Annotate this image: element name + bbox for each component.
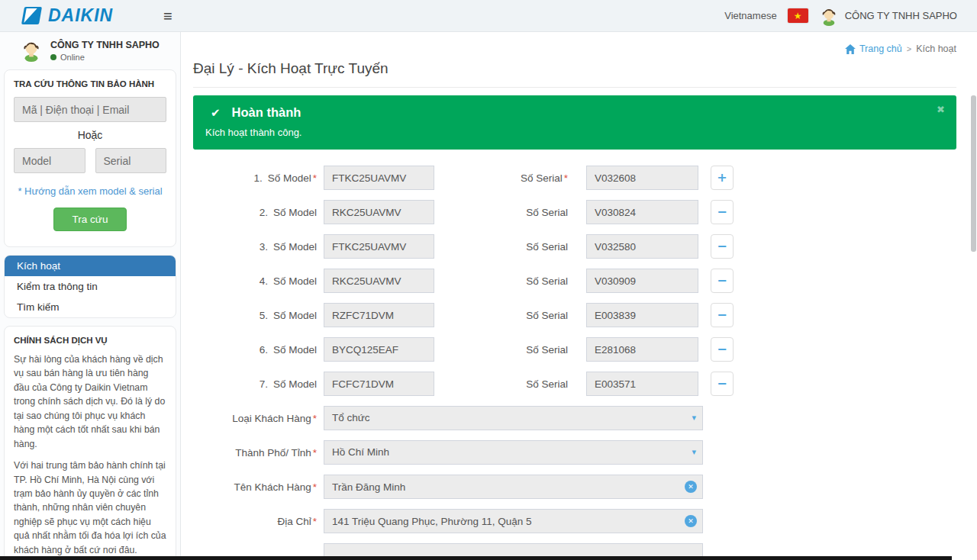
model-label: Số Model — [268, 172, 311, 184]
vertical-scrollbar[interactable] — [971, 95, 976, 252]
page-title: Đại Lý - Kích Hoạt Trực Tuyến — [193, 60, 956, 88]
bottom-edge-strip — [0, 556, 952, 560]
city-label: Thành Phố/ Tỉnh — [235, 447, 311, 459]
policy-paragraph-1: Sự hài lòng của khách hàng về dịch vụ sa… — [14, 352, 166, 451]
serial-input[interactable] — [586, 269, 698, 293]
serial-input[interactable] — [586, 303, 698, 327]
serial-input[interactable] — [586, 372, 698, 396]
model-input[interactable] — [324, 303, 434, 327]
header-user-name: CÔNG TY TNHH SAPHO — [845, 10, 957, 21]
model-input[interactable] — [324, 337, 434, 362]
required-mark: * — [564, 172, 568, 184]
serial-input[interactable] — [586, 200, 698, 224]
alert-title: Hoàn thành — [232, 105, 301, 120]
clear-input-icon[interactable]: ✕ — [685, 515, 697, 527]
customer-name-row: Tên Khách Hàng* ✕ — [193, 475, 956, 499]
daikin-logo[interactable]: DAIKIN — [0, 5, 153, 26]
required-mark: * — [313, 447, 317, 459]
model-label: Số Model — [273, 310, 317, 321]
activation-form: 1.Số Model* Số Serial* + 2.Số Model Số S… — [193, 166, 956, 560]
customer-type-select[interactable]: Tổ chức — [324, 406, 703, 430]
online-dot-icon — [50, 54, 56, 60]
model-input[interactable] — [324, 200, 434, 224]
alert-close-icon[interactable]: ✖ — [937, 104, 945, 115]
customer-name-input[interactable] — [324, 475, 703, 499]
language-label[interactable]: Vietnamese — [724, 10, 776, 21]
sidebar-item-tim-kiem[interactable]: Tìm kiếm — [5, 297, 176, 317]
remove-row-button[interactable]: − — [711, 337, 734, 362]
remove-row-button[interactable]: − — [711, 303, 734, 327]
device-row: 2.Số Model Số Serial − — [193, 200, 956, 224]
check-icon: ✔ — [211, 106, 221, 120]
serial-label: Số Serial — [526, 275, 568, 287]
serial-input[interactable] — [586, 234, 698, 259]
lookup-serial-input[interactable] — [95, 148, 167, 173]
or-label: Hoặc — [14, 129, 166, 141]
remove-row-button[interactable]: − — [711, 269, 734, 293]
main-content: Trang chủ > Kích hoạt Đại Lý - Kích Hoạt… — [181, 32, 977, 560]
policy-paragraph-2: Với hai trung tâm bảo hành chính tại TP.… — [14, 459, 166, 557]
city-select[interactable]: Hồ Chí Minh — [324, 440, 703, 465]
model-input[interactable] — [324, 372, 434, 396]
serial-input[interactable] — [586, 337, 698, 362]
page: DAIKIN ≡ Vietnamese ★ CÔNG TY TNHH SAPHO — [0, 0, 977, 560]
user-avatar-icon — [819, 6, 839, 26]
remove-row-button[interactable]: − — [711, 200, 734, 224]
serial-label: Số Serial — [521, 172, 563, 184]
row-index: 4. — [260, 275, 268, 287]
serial-label: Số Serial — [526, 241, 568, 253]
sidebar-avatar-icon — [20, 39, 43, 62]
model-label: Số Model — [273, 241, 317, 253]
model-label: Số Model — [273, 207, 317, 218]
device-row: 6.Số Model Số Serial − — [193, 337, 956, 362]
device-row: 3.Số Model Số Serial − — [193, 234, 956, 259]
serial-label: Số Serial — [526, 344, 568, 356]
vietnam-flag-icon[interactable]: ★ — [788, 8, 808, 23]
row-index: 3. — [260, 241, 268, 253]
service-policy-card: CHÍNH SÁCH DỊCH VỤ Sự hài lòng của khách… — [4, 326, 176, 560]
remove-row-button[interactable]: − — [711, 234, 734, 259]
top-header: DAIKIN ≡ Vietnamese ★ CÔNG TY TNHH SAPHO — [0, 0, 977, 32]
remove-row-button[interactable]: − — [711, 372, 734, 396]
model-input[interactable] — [324, 234, 434, 259]
model-input[interactable] — [324, 166, 434, 190]
add-row-button[interactable]: + — [711, 166, 734, 190]
home-icon — [845, 44, 856, 54]
online-status-label: Online — [60, 53, 85, 62]
row-index: 6. — [260, 344, 268, 356]
device-row: 4.Số Model Số Serial − — [193, 269, 956, 293]
policy-title: CHÍNH SÁCH DỊCH VỤ — [14, 336, 166, 345]
row-index: 2. — [260, 207, 268, 218]
sidebar-item-kiem-tra-thong-tin[interactable]: Kiểm tra thông tin — [5, 276, 176, 297]
customer-type-label: Loại Khách Hàng — [232, 413, 311, 424]
required-mark: * — [313, 413, 317, 424]
lookup-model-input[interactable] — [14, 148, 85, 173]
city-row: Thành Phố/ Tỉnh* Hồ Chí Minh ▾ — [193, 440, 956, 465]
breadcrumb-home-link[interactable]: Trang chủ — [845, 43, 902, 54]
lookup-submit-button[interactable]: Tra cứu — [53, 208, 127, 231]
serial-input[interactable] — [586, 166, 698, 190]
device-row: 5.Số Model Số Serial − — [193, 303, 956, 327]
serial-label: Số Serial — [526, 310, 568, 321]
header-right: Vietnamese ★ CÔNG TY TNHH SAPHO — [724, 6, 977, 26]
required-mark: * — [313, 172, 317, 184]
row-index: 1. — [253, 172, 262, 184]
breadcrumb-separator: > — [907, 44, 911, 53]
lookup-search-input[interactable] — [14, 97, 166, 122]
header-user-menu[interactable]: CÔNG TY TNHH SAPHO — [819, 6, 957, 26]
model-label: Số Model — [273, 275, 317, 287]
device-row: 1.Số Model* Số Serial* + — [193, 166, 956, 190]
sidebar-user-name: CÔNG TY TNHH SAPHO — [50, 40, 160, 50]
address-input[interactable] — [324, 509, 703, 533]
sidebar-item-kich-hoat[interactable]: Kích hoạt — [5, 256, 176, 276]
breadcrumb: Trang chủ > Kích hoạt — [193, 32, 956, 56]
model-serial-guide-link[interactable]: * Hướng dẫn xem model & serial — [14, 185, 166, 197]
hamburger-menu-icon[interactable]: ≡ — [163, 8, 173, 24]
success-alert: ✔ Hoàn thành Kích hoạt thành công. ✖ — [193, 95, 956, 150]
clear-input-icon[interactable]: ✕ — [685, 481, 697, 493]
alert-message: Kích hoạt thành công. — [205, 127, 944, 138]
serial-label: Số Serial — [526, 378, 568, 390]
serial-label: Số Serial — [526, 207, 568, 218]
row-index: 5. — [260, 310, 268, 321]
model-input[interactable] — [324, 269, 434, 293]
